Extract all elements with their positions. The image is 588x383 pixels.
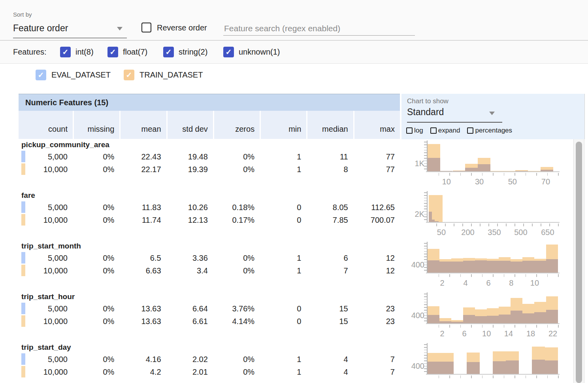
chevron-down-icon[interactable] xyxy=(489,112,495,115)
x-axis-tick xyxy=(449,325,450,328)
train-dataset-checkbox[interactable]: ✓ xyxy=(124,70,134,80)
y-axis-tick xyxy=(424,368,427,369)
feature-group: trip_start_day5,0000%4.162.020%14710,000… xyxy=(19,342,400,383)
chevron-down-icon[interactable] xyxy=(117,27,122,30)
row-values: 10,0000%13.636.614.14%01523 xyxy=(19,315,400,327)
y-axis-tick xyxy=(424,294,427,294)
reverse-order-checkbox[interactable] xyxy=(141,23,151,32)
expand-label: expand xyxy=(438,127,460,135)
x-axis-tick xyxy=(523,224,524,226)
expand-checkbox[interactable] xyxy=(430,127,437,134)
table-row: 5,0000%4.162.020%147 xyxy=(19,353,400,365)
dataset-toggle-bar: ✓ EVAL_DATASET ✓ TRAIN_DATASET xyxy=(0,64,588,93)
x-axis-tick-label: 70 xyxy=(534,177,558,186)
percentages-checkbox[interactable] xyxy=(467,127,473,134)
stat-value: 11.74 xyxy=(119,214,166,226)
stat-value: 6.64 xyxy=(166,303,213,315)
histogram-plot xyxy=(428,192,558,222)
stat-value: 10,000 xyxy=(19,163,73,175)
chart-type-dropdown[interactable]: Standard xyxy=(407,107,444,118)
overlap-bar xyxy=(463,315,475,323)
log-checkbox[interactable] xyxy=(406,127,413,134)
x-axis-tick-label: 500 xyxy=(509,228,533,237)
x-axis-tick xyxy=(471,274,472,277)
y-axis-tick xyxy=(424,315,427,316)
y-axis-tick xyxy=(424,267,427,268)
stat-value: 0% xyxy=(73,353,119,365)
row-values: 5,0000%6.53.360%1612 xyxy=(19,252,400,264)
sort-dropdown-underline xyxy=(13,38,127,38)
x-axis-line xyxy=(426,323,560,324)
y-axis-tick xyxy=(424,320,427,321)
y-axis-tick xyxy=(424,147,427,148)
x-axis-tick xyxy=(536,375,537,378)
x-axis-tick xyxy=(549,224,550,226)
overlap-bar xyxy=(487,316,499,324)
stat-value: 5,000 xyxy=(19,151,73,163)
expand-option: expand xyxy=(430,127,460,135)
feature-name: trip_start_month xyxy=(21,242,81,250)
y-axis-tick xyxy=(424,363,427,364)
y-axis-tick xyxy=(424,166,427,167)
y-axis-tick xyxy=(424,219,427,220)
overlap-bar xyxy=(465,168,478,171)
stat-value: 7 xyxy=(353,366,400,378)
x-axis-tick xyxy=(547,274,548,277)
stat-value: 0% xyxy=(73,201,119,213)
y-axis-tick xyxy=(424,142,427,142)
overlap-bar xyxy=(522,313,534,323)
stat-value: 0 xyxy=(260,315,306,327)
x-axis-tick-label: 10 xyxy=(523,279,547,288)
stat-value: 1 xyxy=(260,353,306,365)
stat-value: 10,000 xyxy=(19,366,73,378)
feature-search-input[interactable] xyxy=(223,22,415,36)
y-axis-tick-label: 400 xyxy=(407,311,424,320)
unknown-label: unknown(1) xyxy=(239,47,280,57)
stat-value: 6.5 xyxy=(119,252,166,264)
stat-value: 112.65 xyxy=(353,201,400,213)
stat-value: 2.01 xyxy=(166,366,213,378)
x-axis-tick-label: 22 xyxy=(541,329,565,338)
unknown-checkbox[interactable]: ✓ xyxy=(223,47,234,57)
overlap-bar xyxy=(515,171,528,171)
check-icon: ✓ xyxy=(226,47,232,57)
y-axis-tick xyxy=(424,366,427,367)
y-axis-tick xyxy=(424,248,427,249)
stat-value: 6.61 xyxy=(166,315,213,327)
row-values: 10,0000%11.7412.130.17%07.85700.07 xyxy=(19,214,400,226)
x-axis-tick-label: 18 xyxy=(519,329,543,338)
overlap-bar xyxy=(435,221,439,222)
feature-name: trip_start_day xyxy=(21,343,71,352)
y-axis-tick xyxy=(424,216,427,217)
histogram-pickup-community-area: 1K10305070 xyxy=(407,142,561,186)
x-axis-tick xyxy=(506,224,507,226)
y-axis-tick xyxy=(424,206,427,207)
vertical-scrollbar-thumb[interactable] xyxy=(576,142,582,383)
y-axis-tick xyxy=(424,265,427,265)
y-axis-tick xyxy=(424,144,427,145)
int-checkbox[interactable]: ✓ xyxy=(60,47,71,57)
stat-value: 22.43 xyxy=(119,151,166,163)
histogram-plot xyxy=(428,142,558,171)
overlap-bar xyxy=(546,259,558,273)
stat-value: 19.48 xyxy=(166,151,213,163)
feature-name: pickup_community_area xyxy=(21,140,109,149)
row-values: 10,0000%6.633.40%1712 xyxy=(19,265,400,277)
x-axis-tick xyxy=(445,224,446,226)
x-axis-tick xyxy=(471,173,472,176)
x-axis-tick xyxy=(514,274,515,277)
float-checkbox[interactable]: ✓ xyxy=(107,47,118,57)
check-icon: ✓ xyxy=(110,47,116,57)
x-axis-tick xyxy=(504,375,505,378)
x-axis-tick xyxy=(558,173,559,176)
sort-order-dropdown[interactable]: Feature order xyxy=(13,23,68,34)
y-axis-tick xyxy=(424,161,427,161)
x-axis-tick xyxy=(514,375,515,378)
eval-dataset-label: EVAL_DATASET xyxy=(51,70,111,80)
eval-dataset-checkbox[interactable]: ✓ xyxy=(36,70,46,80)
x-axis-tick xyxy=(439,325,439,328)
train-bar xyxy=(503,171,516,171)
x-axis-tick xyxy=(471,224,472,226)
stat-value: 1 xyxy=(260,252,306,264)
string-checkbox[interactable]: ✓ xyxy=(163,47,174,57)
